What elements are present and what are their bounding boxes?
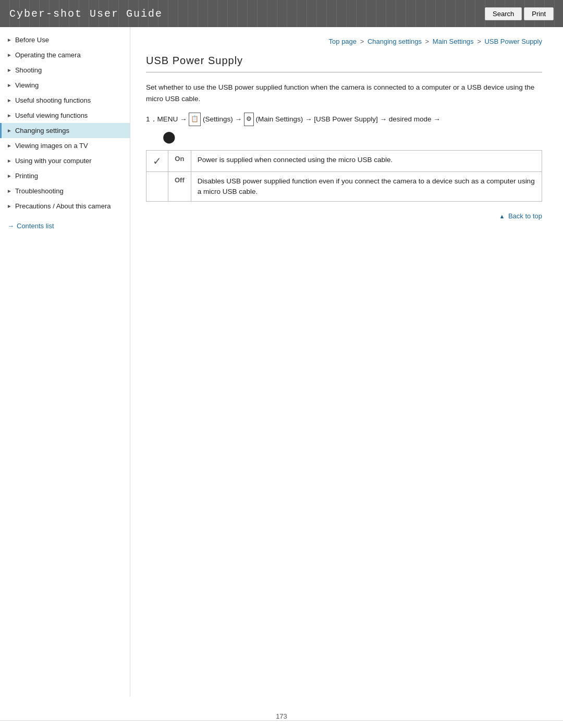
chevron-right-icon: ► <box>7 97 12 103</box>
sidebar-item-label: Using with your computer <box>15 157 123 165</box>
chevron-right-icon: ► <box>7 37 12 43</box>
chevron-right-icon: ► <box>7 52 12 58</box>
sidebar-item-troubleshooting[interactable]: ► Troubleshooting <box>0 183 130 199</box>
breadcrumb-usb-power-supply[interactable]: USB Power Supply <box>484 38 542 45</box>
header-title: Cyber-shot User Guide <box>9 8 163 20</box>
breadcrumb-sep: > <box>425 38 431 45</box>
sidebar: ► Before Use ► Operating the camera ► Sh… <box>0 27 130 697</box>
page-number: 173 <box>0 712 563 720</box>
contents-list-link[interactable]: → Contents list <box>0 217 130 235</box>
step-dot: ⬤ <box>163 131 542 143</box>
footer: Copyright 2013 Sony Corporation <box>0 720 563 728</box>
empty-icon-cell <box>146 171 168 202</box>
sidebar-item-label: Precautions / About this camera <box>15 202 123 210</box>
chevron-right-icon: ► <box>7 158 12 164</box>
contents-list-label: Contents list <box>17 222 54 230</box>
print-button[interactable]: Print <box>524 7 554 20</box>
breadcrumb-main-settings[interactable]: Main Settings <box>433 38 474 45</box>
sidebar-item-label: Shooting <box>15 66 123 74</box>
sidebar-item-useful-viewing[interactable]: ► Useful viewing functions <box>0 108 130 123</box>
main-settings-icon: ⚙ <box>244 113 254 126</box>
step-line: 1．MENU → 📋 (Settings) → ⚙ (Main Settings… <box>146 113 542 126</box>
sidebar-item-label: Useful viewing functions <box>15 112 123 119</box>
breadcrumb-changing-settings[interactable]: Changing settings <box>368 38 422 45</box>
body-text: Set whether to use the USB power supplie… <box>146 82 542 104</box>
sidebar-item-before-use[interactable]: ► Before Use <box>0 32 130 47</box>
sidebar-item-viewing[interactable]: ► Viewing <box>0 78 130 93</box>
sidebar-item-operating-camera[interactable]: ► Operating the camera <box>0 47 130 63</box>
search-button[interactable]: Search <box>485 7 522 20</box>
on-description: Power is supplied when connected using t… <box>191 150 542 171</box>
sidebar-item-useful-shooting[interactable]: ► Useful shooting functions <box>0 93 130 108</box>
chevron-right-icon: ► <box>7 67 12 73</box>
sidebar-item-label: Printing <box>15 172 123 180</box>
breadcrumb-top-page[interactable]: Top page <box>329 38 357 45</box>
triangle-up-icon: ▲ <box>499 213 505 219</box>
chevron-right-icon: ► <box>7 143 12 149</box>
sidebar-item-shooting[interactable]: ► Shooting <box>0 63 130 78</box>
sidebar-item-printing[interactable]: ► Printing <box>0 168 130 183</box>
table-row: Off Disables USB power supplied function… <box>146 171 542 202</box>
sidebar-item-viewing-tv[interactable]: ► Viewing images on a TV <box>0 138 130 153</box>
sidebar-item-label: Viewing <box>15 81 123 89</box>
breadcrumb-sep: > <box>477 38 483 45</box>
sidebar-item-label: Troubleshooting <box>15 187 123 195</box>
sidebar-item-using-computer[interactable]: ► Using with your computer <box>0 153 130 168</box>
main-layout: ► Before Use ► Operating the camera ► Sh… <box>0 27 563 697</box>
sidebar-item-changing-settings[interactable]: ► Changing settings <box>0 123 130 138</box>
header: Cyber-shot User Guide Search Print <box>0 0 563 27</box>
settings-icon: 📋 <box>189 113 201 126</box>
back-to-top-label: Back to top <box>508 212 542 220</box>
sidebar-item-label: Operating the camera <box>15 51 123 59</box>
info-table: ✓ On Power is supplied when connected us… <box>146 150 542 202</box>
page-title: USB Power Supply <box>146 55 542 72</box>
table-row: ✓ On Power is supplied when connected us… <box>146 150 542 171</box>
chevron-right-icon: ► <box>7 203 12 209</box>
chevron-right-icon: ► <box>7 113 12 118</box>
arrow-right-icon: → <box>7 222 14 230</box>
checkmark-icon-cell: ✓ <box>146 150 168 171</box>
sidebar-item-label: Useful shooting functions <box>15 96 123 104</box>
chevron-right-icon: ► <box>7 173 12 179</box>
breadcrumb-sep: > <box>360 38 366 45</box>
checkmark-icon: ✓ <box>153 155 162 167</box>
off-description: Disables USB power supplied function eve… <box>191 171 542 202</box>
mode-off-cell: Off <box>168 171 191 202</box>
breadcrumb: Top page > Changing settings > Main Sett… <box>146 38 542 45</box>
content-area: Top page > Changing settings > Main Sett… <box>130 27 563 697</box>
mode-on-cell: On <box>168 150 191 171</box>
sidebar-item-label: Before Use <box>15 36 123 44</box>
header-buttons: Search Print <box>485 7 554 20</box>
back-to-top[interactable]: ▲ Back to top <box>146 212 542 220</box>
sidebar-item-precautions[interactable]: ► Precautions / About this camera <box>0 199 130 214</box>
chevron-right-icon: ► <box>7 188 12 194</box>
chevron-right-icon: ► <box>7 128 12 133</box>
chevron-right-icon: ► <box>7 82 12 88</box>
sidebar-item-label: Changing settings <box>15 127 123 134</box>
step-text: 1．MENU → 📋 (Settings) → ⚙ (Main Settings… <box>146 115 440 123</box>
sidebar-item-label: Viewing images on a TV <box>15 142 123 150</box>
